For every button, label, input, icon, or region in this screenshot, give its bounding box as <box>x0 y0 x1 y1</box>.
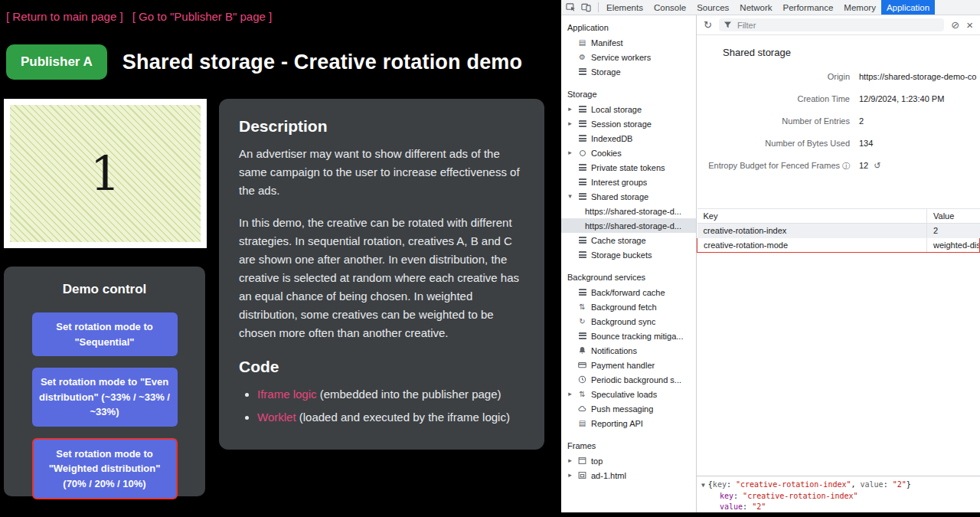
database-icon <box>577 251 587 258</box>
gear-icon: ⚙ <box>577 54 587 61</box>
origin-value: https://shared-storage-demo-co <box>859 72 977 81</box>
tab-memory[interactable]: Memory <box>838 0 881 15</box>
entropy-label: Entropy Budget for Fenced Frames <box>708 161 840 170</box>
sidebar-item-storage-buckets[interactable]: Storage buckets <box>561 247 696 262</box>
database-icon <box>577 68 587 75</box>
filter-input-box[interactable] <box>719 18 944 31</box>
sidebar-item-interest-groups[interactable]: Interest groups <box>561 175 696 189</box>
sidebar-item-periodic-background-sync[interactable]: Periodic background s... <box>561 372 696 387</box>
value-column-header[interactable]: Value <box>927 209 980 224</box>
sidebar-item-notifications[interactable]: Notifications <box>561 343 696 358</box>
sidebar-item-frame-top[interactable]: ▸ top <box>561 453 696 468</box>
sidebar-item-background-sync[interactable]: ↻ Background sync <box>561 314 696 329</box>
reset-budget-icon[interactable]: ↺ <box>874 161 880 170</box>
tab-performance[interactable]: Performance <box>778 0 839 15</box>
sidebar-item-local-storage[interactable]: ▸ Local storage <box>561 102 696 116</box>
property-value: "2" <box>752 502 766 511</box>
tab-application[interactable]: Application <box>881 0 935 15</box>
tab-console[interactable]: Console <box>648 0 691 15</box>
sidebar-item-payment-handler[interactable]: Payment handler <box>561 358 696 372</box>
triangle-down-icon[interactable]: ▼ <box>701 482 705 489</box>
chevron-right-icon[interactable]: ▸ <box>567 391 573 398</box>
delete-all-icon[interactable]: ⊘ <box>951 20 959 30</box>
chevron-right-icon[interactable]: ▸ <box>567 149 573 156</box>
table-row[interactable]: creative-rotation-index 2 <box>697 224 980 238</box>
sidebar-item-reporting-api[interactable]: ▤ Reporting API <box>561 416 696 430</box>
close-icon[interactable]: × <box>966 19 973 31</box>
chevron-right-icon[interactable]: ▸ <box>567 120 573 127</box>
rotation-sequential-button[interactable]: Set rotation mode to "Sequential" <box>32 312 178 356</box>
property-value: "2" <box>893 480 906 489</box>
preview-pane: ▼{key: "creative-rotation-index", value:… <box>697 476 980 512</box>
rotation-weighted-distribution-button[interactable]: Set rotation mode to "Weighted distribut… <box>32 438 178 500</box>
creation-time-value: 12/9/2024, 1:23:40 PM <box>859 94 977 103</box>
database-icon <box>577 332 587 339</box>
info-icon[interactable]: ⓘ <box>842 162 850 170</box>
inspect-element-icon[interactable] <box>566 2 576 12</box>
sidebar-item-background-fetch[interactable]: ⇅ Background fetch <box>561 299 696 314</box>
chevron-right-icon[interactable]: ▸ <box>567 472 573 479</box>
iframe-logic-link[interactable]: Iframe logic <box>257 388 317 401</box>
worklet-link[interactable]: Worklet <box>257 411 296 424</box>
description-panel: Description An advertiser may want to sh… <box>219 99 544 450</box>
sidebar-item-frame-ad-1[interactable]: ▸ ad-1.html <box>561 468 696 483</box>
page-title: Shared storage - Creative rotation demo <box>122 51 522 74</box>
sidebar-item-speculative-loads[interactable]: ▸ ⇅ Speculative loads <box>561 387 696 401</box>
filter-input[interactable] <box>736 20 939 31</box>
key-cell[interactable]: creative-rotation-mode <box>697 238 927 253</box>
sidebar-item-session-storage[interactable]: ▸ Session storage <box>561 116 696 131</box>
creative-ad-frame: 1 <box>4 99 207 248</box>
preview-summary[interactable]: ▼{key: "creative-rotation-index", value:… <box>701 479 975 491</box>
chevron-right-icon[interactable]: ▸ <box>567 457 573 464</box>
device-toolbar-icon[interactable] <box>581 2 591 12</box>
sidebar-item-cache-storage[interactable]: Cache storage <box>561 233 696 247</box>
sync-icon: ↻ <box>577 318 587 326</box>
left-column: 1 Demo control Set rotation mode to "Seq… <box>4 99 207 496</box>
description-heading: Description <box>239 117 524 136</box>
publisher-page: [ Return to main page ] [ Go to "Publish… <box>0 0 561 517</box>
sidebar-item-shared-storage[interactable]: ▾ Shared storage <box>561 189 696 204</box>
sidebar-item-indexeddb[interactable]: IndexedDB <box>561 131 696 146</box>
code-list: Iframe logic (embedded into the publishe… <box>239 385 524 427</box>
rotation-even-distribution-button[interactable]: Set rotation mode to "Even distribution"… <box>32 368 178 427</box>
key-column-header[interactable]: Key <box>697 209 927 224</box>
sidebar-item-shared-storage-origin-2[interactable]: https://shared-storage-d... <box>561 218 696 233</box>
sidebar-item-private-state-tokens[interactable]: Private state tokens <box>561 160 696 175</box>
cloud-icon <box>577 404 587 413</box>
list-item: Iframe logic (embedded into the publishe… <box>257 385 524 404</box>
preview-entry: value: "2" <box>701 502 975 512</box>
property-name: key <box>720 492 733 500</box>
refresh-icon[interactable]: ↻ <box>704 20 712 30</box>
sidebar-item-shared-storage-origin-1[interactable]: https://shared-storage-d... <box>561 204 696 218</box>
list-item: Worklet (loaded and executed by the ifra… <box>257 408 524 427</box>
value-cell[interactable]: weighted-dist <box>927 238 980 253</box>
meta-label: Number of Bytes Used <box>697 139 850 148</box>
tab-elements[interactable]: Elements <box>601 0 648 15</box>
sidebar-item-storage[interactable]: Storage <box>561 64 696 79</box>
return-to-main-link[interactable]: [ Return to main page ] <box>6 10 123 23</box>
iframe-icon <box>577 471 587 479</box>
sidebar-section-application: Application <box>561 21 696 35</box>
tab-sources[interactable]: Sources <box>691 0 734 15</box>
chevron-right-icon[interactable]: ▸ <box>567 106 573 113</box>
sidebar-section-storage: Storage <box>561 87 696 102</box>
sidebar-item-back-forward-cache[interactable]: Back/forward cache <box>561 285 696 299</box>
value-cell[interactable]: 2 <box>927 224 980 238</box>
chevron-down-icon[interactable]: ▾ <box>567 193 573 200</box>
sidebar-item-push-messaging[interactable]: Push messaging <box>561 401 696 416</box>
table-row[interactable]: creative-rotation-mode weighted-dist <box>697 238 980 253</box>
fetch-arrows-icon: ⇅ <box>577 303 587 311</box>
sidebar-item-manifest[interactable]: ▤ Manifest <box>561 35 696 50</box>
entropy-value-text: 12 <box>859 161 868 170</box>
sidebar-item-service-workers[interactable]: ⚙ Service workers <box>561 50 696 64</box>
publisher-b-link[interactable]: [ Go to "Publisher B" page ] <box>132 10 272 23</box>
key-cell[interactable]: creative-rotation-index <box>697 224 927 238</box>
top-nav: [ Return to main page ] [ Go to "Publish… <box>0 0 561 23</box>
tab-network[interactable]: Network <box>734 0 777 15</box>
bell-icon <box>577 346 587 355</box>
metadata-grid: Origin https://shared-storage-demo-co Cr… <box>697 72 980 172</box>
sidebar-item-cookies[interactable]: ▸ Cookies <box>561 146 696 160</box>
sidebar-item-bounce-tracking-mitigations[interactable]: Bounce tracking mitiga... <box>561 329 696 343</box>
code-heading: Code <box>239 358 524 376</box>
database-icon <box>577 164 587 171</box>
